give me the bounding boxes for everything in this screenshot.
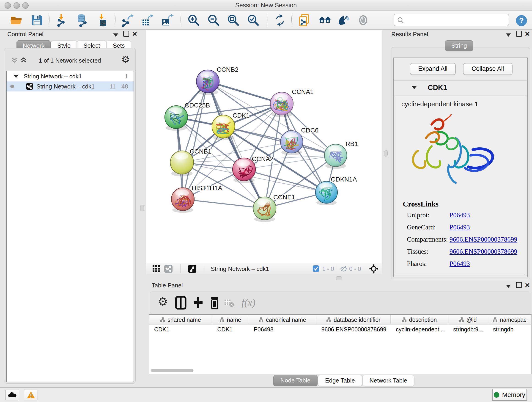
network-collection-row[interactable]: String Network – cdk1 1	[7, 71, 133, 81]
tab-node-table[interactable]: Node Table	[273, 375, 317, 386]
zoom-selected-icon[interactable]	[247, 13, 260, 27]
zoom-out-icon[interactable]	[207, 13, 220, 27]
float-panel-icon[interactable]	[506, 31, 511, 38]
close-panel-icon[interactable]: ✕	[132, 30, 137, 38]
undock-panel-icon[interactable]	[516, 282, 522, 289]
grid-view-icon[interactable]	[152, 264, 160, 274]
column-header-description[interactable]: description	[391, 315, 448, 324]
window-title: Session: New Session	[0, 2, 532, 9]
show-selected-icon[interactable]	[356, 13, 370, 27]
crosslink-link[interactable]: P06493	[450, 223, 470, 231]
collection-expand-icon[interactable]	[13, 75, 19, 78]
selected-checkbox-icon[interactable]	[312, 265, 319, 273]
network-share-view-icon[interactable]	[164, 264, 173, 274]
zoom-in-icon[interactable]	[187, 13, 200, 27]
toolbar-separator	[205, 264, 205, 273]
cell-description: cyclin-dependent ...	[391, 326, 448, 333]
node-label-CDKN1A: CDKN1A	[331, 176, 357, 183]
table-row[interactable]: CDK1CDK1P064939606.ENSP00000378699cyclin…	[149, 325, 531, 334]
expand-all-button[interactable]: Expand All	[410, 63, 456, 75]
undock-panel-icon[interactable]	[123, 31, 129, 38]
delete-column-icon[interactable]	[209, 296, 222, 310]
hide-selected-icon[interactable]	[337, 13, 350, 27]
help-icon[interactable]: ?	[515, 15, 529, 28]
tab-edge-table[interactable]: Edge Table	[318, 375, 362, 386]
delete-table-icon[interactable]	[224, 299, 238, 313]
cloud-button[interactable]	[5, 390, 19, 400]
toolbar-separator	[336, 264, 336, 273]
table-options-gear-icon[interactable]: ⚙	[158, 296, 171, 310]
import-database-icon[interactable]	[75, 13, 89, 27]
cell-@id: stringdb:9...	[448, 326, 488, 333]
tab-string[interactable]: String	[445, 40, 473, 51]
crosslink-link[interactable]: P06493	[450, 260, 470, 267]
column-header-shared-name[interactable]: shared name	[149, 315, 212, 324]
memory-button[interactable]: Memory	[492, 389, 527, 401]
column-type-icon	[160, 317, 165, 322]
home-icon[interactable]	[318, 13, 332, 27]
function-builder-fx[interactable]: f(x)	[241, 297, 255, 311]
zoom-fit-icon[interactable]	[227, 13, 240, 27]
refresh-icon[interactable]	[273, 13, 287, 27]
crosslinks-list: Uniprot:P06493GeneCard:P06493Compartment…	[407, 211, 521, 272]
network-tree: String Network – cdk1 1 String Network –…	[6, 71, 134, 382]
network-node-count: 11	[109, 83, 116, 90]
node-label-CCNE1: CCNE1	[273, 194, 295, 201]
annotations-icon[interactable]	[298, 13, 311, 27]
export-network-icon[interactable]	[121, 13, 134, 27]
horizontal-scrollbar-thumb[interactable]	[151, 369, 193, 372]
crosslink-link[interactable]: P06493	[450, 211, 470, 219]
toolbar-separator	[267, 13, 267, 27]
network-options-gear-icon[interactable]: ⚙	[121, 55, 130, 64]
save-session-icon[interactable]	[30, 13, 44, 27]
gene-section-header[interactable]: CDK1	[394, 80, 527, 96]
search-input[interactable]	[406, 15, 505, 24]
undock-panel-icon[interactable]	[516, 31, 522, 38]
column-header-canonical-name[interactable]: canonical name	[249, 315, 317, 324]
network-canvas[interactable]: CCNB2CCNA1CDC25BCDK1CDC6RB1CCNB1CCNA2CDK…	[146, 30, 382, 263]
column-type-icon	[259, 317, 264, 322]
table-panel: Table Panel ✕ ⚙ f(x) shared namenamecano…	[148, 281, 532, 386]
bottom-splitter-handle[interactable]	[336, 276, 342, 280]
column-header-name[interactable]: name	[212, 315, 249, 324]
open-session-icon[interactable]	[10, 13, 23, 27]
export-image-icon[interactable]	[160, 13, 174, 27]
collapse-all-button[interactable]: Collapse All	[463, 63, 513, 75]
edge-CDK1-RB1	[223, 127, 336, 155]
crosslink-link[interactable]: 9606.ENSP00000378699	[450, 248, 517, 255]
right-splitter-handle[interactable]	[384, 150, 388, 157]
birdseye-view-icon[interactable]	[188, 264, 196, 274]
fit-selected-crosshair-icon[interactable]	[369, 264, 379, 274]
close-panel-icon[interactable]: ✕	[525, 281, 530, 289]
left-splitter-handle[interactable]	[140, 205, 144, 211]
column-header-@id[interactable]: @id	[448, 315, 488, 324]
edge-CCNB2-HIST1H1A	[183, 81, 208, 199]
control-panel: Control Panel ✕ NetworkStyleSelectSets 1…	[2, 30, 137, 384]
collapse-section-icon[interactable]	[412, 86, 417, 89]
network-row[interactable]: String Network – cdk1 11 48	[7, 81, 133, 91]
column-type-icon	[459, 317, 464, 322]
cell-database-identifier: 9606.ENSP00000378699	[317, 326, 391, 333]
show-column-icon[interactable]	[175, 296, 188, 310]
node-label-CDC25B: CDC25B	[185, 102, 210, 109]
cell-namespac: stringdb	[488, 326, 531, 333]
close-panel-icon[interactable]: ✕	[525, 30, 530, 38]
toolbar-separator	[115, 13, 115, 27]
add-column-icon[interactable]	[192, 296, 206, 310]
column-header-database-identifier[interactable]: database identifier	[317, 315, 391, 324]
network-label: String Network – cdk1	[36, 83, 95, 90]
float-panel-icon[interactable]	[506, 282, 511, 289]
crosslink-row: Pharos:P06493	[407, 260, 521, 272]
import-network-icon[interactable]	[56, 13, 69, 27]
crosslinks-title: CrossLinks	[403, 200, 438, 208]
network-tab-body: 1 of 1 Network selected ⚙ String Network…	[4, 48, 136, 384]
import-table-icon[interactable]	[96, 13, 109, 27]
crosslink-link[interactable]: 9606.ENSP00000378699	[450, 236, 517, 243]
export-table-icon[interactable]	[141, 13, 154, 27]
crosslink-row: GeneCard:P06493	[407, 223, 521, 236]
warnings-button[interactable]	[24, 390, 38, 400]
tab-network-table[interactable]: Network Table	[362, 375, 414, 386]
column-header-namespac[interactable]: namespac	[488, 315, 531, 324]
column-type-icon	[402, 317, 407, 322]
float-panel-icon[interactable]	[113, 31, 118, 38]
